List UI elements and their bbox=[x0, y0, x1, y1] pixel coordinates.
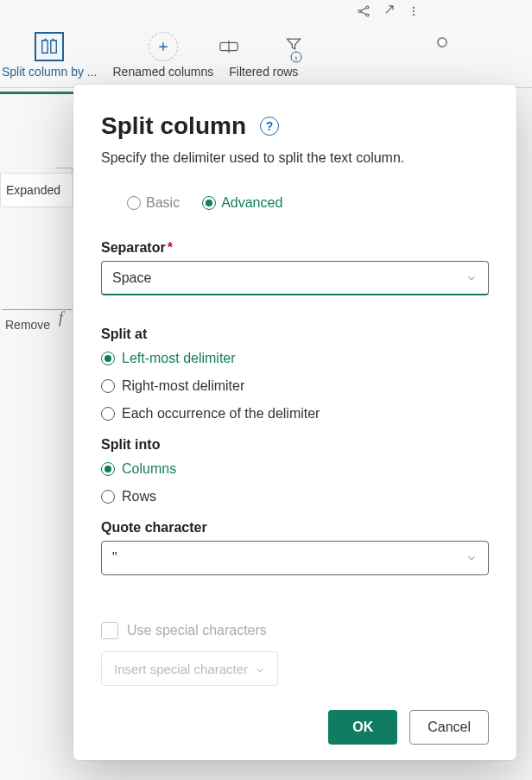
separator-select[interactable]: Space bbox=[101, 261, 489, 295]
mode-radio-group: Basic Advanced bbox=[127, 195, 489, 211]
split-at-each-radio[interactable]: Each occurrence of the delimiter bbox=[101, 406, 489, 422]
bg-step-label: Filtered rows bbox=[229, 65, 298, 79]
separator-value: Space bbox=[112, 270, 151, 286]
svg-point-3 bbox=[413, 7, 415, 9]
bg-toolbar-icons bbox=[356, 3, 420, 22]
bg-active-underline bbox=[0, 92, 78, 94]
radio-circle bbox=[101, 407, 115, 421]
radio-circle bbox=[101, 379, 115, 393]
mode-basic-label: Basic bbox=[146, 195, 180, 211]
split-at-each-label: Each occurrence of the delimiter bbox=[122, 406, 320, 422]
quote-group: Quote character " bbox=[101, 520, 489, 591]
separator-label: Separator* bbox=[101, 240, 489, 256]
split-at-right-label: Right-most delimiter bbox=[122, 378, 244, 394]
share-icon bbox=[356, 3, 371, 22]
chevron-down-icon bbox=[466, 552, 478, 564]
split-into-rows-radio[interactable]: Rows bbox=[101, 489, 489, 504]
bg-step-label: Renamed columns bbox=[113, 65, 214, 79]
svg-rect-6 bbox=[42, 41, 48, 54]
split-at-left-radio[interactable]: Left-most delimiter bbox=[101, 351, 489, 366]
mode-basic-radio[interactable]: Basic bbox=[127, 195, 180, 211]
bg-connector-node bbox=[437, 37, 447, 48]
insert-special-label: Insert special character bbox=[114, 662, 248, 676]
cancel-button[interactable]: Cancel bbox=[409, 710, 489, 745]
split-at-group: Split at Left-most delimiter Right-most … bbox=[101, 327, 489, 422]
dialog-footer: OK Cancel bbox=[101, 686, 489, 745]
split-into-label: Split into bbox=[101, 437, 489, 453]
rename-icon bbox=[214, 32, 244, 61]
bg-expanded-label: Expanded bbox=[6, 183, 60, 197]
split-into-columns-radio[interactable]: Columns bbox=[101, 461, 489, 477]
quote-value: " bbox=[112, 550, 117, 566]
quote-select[interactable]: " bbox=[101, 541, 489, 575]
radio-circle bbox=[101, 462, 115, 476]
svg-rect-7 bbox=[51, 41, 56, 54]
ok-button[interactable]: OK bbox=[328, 710, 397, 745]
split-column-dialog: Split column ? Specify the delimiter use… bbox=[73, 85, 516, 760]
bg-step-renamed[interactable]: Renamed columns bbox=[113, 32, 214, 79]
chevron-down-icon bbox=[255, 663, 265, 674]
mode-advanced-radio[interactable]: Advanced bbox=[202, 195, 282, 211]
separator-group: Separator* Space bbox=[101, 240, 489, 311]
split-at-label: Split at bbox=[101, 327, 489, 342]
bg-expanded-cell: Expanded bbox=[0, 173, 73, 207]
help-icon[interactable]: ? bbox=[260, 117, 279, 136]
split-at-right-radio[interactable]: Right-most delimiter bbox=[101, 378, 489, 394]
bg-remove-label: Remove bbox=[0, 311, 73, 354]
svg-point-0 bbox=[358, 10, 361, 13]
special-checkbox[interactable]: Use special characters bbox=[101, 622, 489, 639]
radio-circle bbox=[127, 196, 141, 210]
split-column-icon bbox=[35, 32, 64, 61]
chevron-down-icon bbox=[466, 272, 478, 284]
plus-icon bbox=[149, 32, 178, 61]
quote-label: Quote character bbox=[101, 520, 489, 536]
svg-point-1 bbox=[366, 6, 369, 9]
svg-point-5 bbox=[413, 14, 415, 16]
radio-circle bbox=[202, 196, 216, 210]
special-checkbox-label: Use special characters bbox=[127, 623, 267, 638]
mode-advanced-label: Advanced bbox=[221, 195, 282, 211]
checkbox-box bbox=[101, 622, 118, 639]
svg-point-4 bbox=[413, 10, 415, 12]
split-into-rows-label: Rows bbox=[122, 489, 156, 504]
radio-circle bbox=[101, 352, 115, 365]
more-icon bbox=[408, 3, 420, 22]
dialog-subtitle: Specify the delimiter used to split the … bbox=[101, 150, 489, 166]
bg-step-filter-icon bbox=[305, 29, 334, 79]
info-icon bbox=[289, 50, 303, 67]
dialog-title: Split column bbox=[101, 112, 246, 140]
bg-step-label: Split column by ... bbox=[2, 65, 98, 79]
split-at-left-label: Left-most delimiter bbox=[122, 351, 236, 366]
required-marker: * bbox=[168, 240, 173, 255]
expand-icon bbox=[383, 3, 396, 22]
split-into-columns-label: Columns bbox=[122, 461, 176, 477]
split-into-group: Split into Columns Rows bbox=[101, 437, 489, 504]
svg-point-2 bbox=[366, 14, 369, 16]
bg-step-split[interactable]: Split column by ... bbox=[2, 32, 98, 79]
radio-circle bbox=[101, 490, 115, 504]
separator-label-text: Separator bbox=[101, 240, 166, 255]
insert-special-button[interactable]: Insert special character bbox=[101, 651, 278, 686]
